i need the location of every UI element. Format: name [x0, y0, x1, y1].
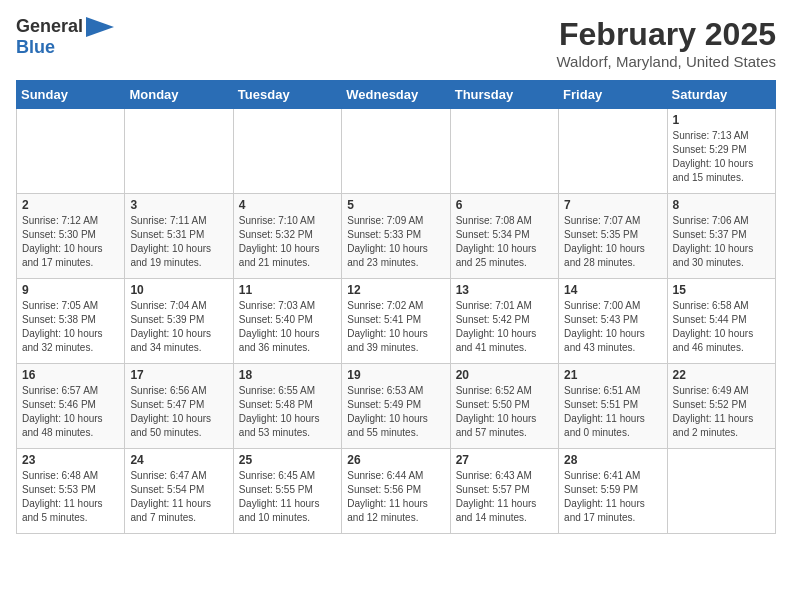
calendar-cell-w2d5: 6Sunrise: 7:08 AM Sunset: 5:34 PM Daylig…	[450, 194, 558, 279]
day-number: 21	[564, 368, 661, 382]
day-info: Sunrise: 7:00 AM Sunset: 5:43 PM Dayligh…	[564, 299, 661, 355]
calendar-cell-w4d7: 22Sunrise: 6:49 AM Sunset: 5:52 PM Dayli…	[667, 364, 775, 449]
day-info: Sunrise: 7:04 AM Sunset: 5:39 PM Dayligh…	[130, 299, 227, 355]
calendar-cell-w4d4: 19Sunrise: 6:53 AM Sunset: 5:49 PM Dayli…	[342, 364, 450, 449]
day-info: Sunrise: 7:11 AM Sunset: 5:31 PM Dayligh…	[130, 214, 227, 270]
page-subtitle: Waldorf, Maryland, United States	[556, 53, 776, 70]
calendar-cell-w4d3: 18Sunrise: 6:55 AM Sunset: 5:48 PM Dayli…	[233, 364, 341, 449]
svg-marker-0	[86, 17, 114, 37]
calendar-cell-w5d3: 25Sunrise: 6:45 AM Sunset: 5:55 PM Dayli…	[233, 449, 341, 534]
calendar-cell-w3d5: 13Sunrise: 7:01 AM Sunset: 5:42 PM Dayli…	[450, 279, 558, 364]
day-number: 16	[22, 368, 119, 382]
calendar-cell-w5d7	[667, 449, 775, 534]
header-sunday: Sunday	[17, 81, 125, 109]
calendar-cell-w4d1: 16Sunrise: 6:57 AM Sunset: 5:46 PM Dayli…	[17, 364, 125, 449]
day-number: 24	[130, 453, 227, 467]
header-wednesday: Wednesday	[342, 81, 450, 109]
logo: General Blue	[16, 16, 114, 58]
day-info: Sunrise: 7:13 AM Sunset: 5:29 PM Dayligh…	[673, 129, 770, 185]
day-info: Sunrise: 6:57 AM Sunset: 5:46 PM Dayligh…	[22, 384, 119, 440]
day-info: Sunrise: 7:05 AM Sunset: 5:38 PM Dayligh…	[22, 299, 119, 355]
day-number: 13	[456, 283, 553, 297]
calendar-cell-w5d2: 24Sunrise: 6:47 AM Sunset: 5:54 PM Dayli…	[125, 449, 233, 534]
calendar-table: Sunday Monday Tuesday Wednesday Thursday…	[16, 80, 776, 534]
week-row-1: 1Sunrise: 7:13 AM Sunset: 5:29 PM Daylig…	[17, 109, 776, 194]
day-info: Sunrise: 7:09 AM Sunset: 5:33 PM Dayligh…	[347, 214, 444, 270]
logo-flag-icon	[86, 17, 114, 37]
calendar-cell-w4d5: 20Sunrise: 6:52 AM Sunset: 5:50 PM Dayli…	[450, 364, 558, 449]
header-monday: Monday	[125, 81, 233, 109]
calendar-cell-w2d6: 7Sunrise: 7:07 AM Sunset: 5:35 PM Daylig…	[559, 194, 667, 279]
calendar-cell-w4d6: 21Sunrise: 6:51 AM Sunset: 5:51 PM Dayli…	[559, 364, 667, 449]
calendar-cell-w5d5: 27Sunrise: 6:43 AM Sunset: 5:57 PM Dayli…	[450, 449, 558, 534]
day-number: 25	[239, 453, 336, 467]
day-info: Sunrise: 7:01 AM Sunset: 5:42 PM Dayligh…	[456, 299, 553, 355]
day-number: 15	[673, 283, 770, 297]
calendar-cell-w1d4	[342, 109, 450, 194]
day-info: Sunrise: 6:44 AM Sunset: 5:56 PM Dayligh…	[347, 469, 444, 525]
calendar-cell-w2d7: 8Sunrise: 7:06 AM Sunset: 5:37 PM Daylig…	[667, 194, 775, 279]
calendar-cell-w5d4: 26Sunrise: 6:44 AM Sunset: 5:56 PM Dayli…	[342, 449, 450, 534]
day-number: 23	[22, 453, 119, 467]
day-number: 12	[347, 283, 444, 297]
calendar-cell-w1d2	[125, 109, 233, 194]
day-info: Sunrise: 7:12 AM Sunset: 5:30 PM Dayligh…	[22, 214, 119, 270]
day-info: Sunrise: 6:58 AM Sunset: 5:44 PM Dayligh…	[673, 299, 770, 355]
day-number: 26	[347, 453, 444, 467]
calendar-cell-w1d7: 1Sunrise: 7:13 AM Sunset: 5:29 PM Daylig…	[667, 109, 775, 194]
day-number: 27	[456, 453, 553, 467]
day-info: Sunrise: 7:10 AM Sunset: 5:32 PM Dayligh…	[239, 214, 336, 270]
header-saturday: Saturday	[667, 81, 775, 109]
day-number: 10	[130, 283, 227, 297]
calendar-cell-w1d5	[450, 109, 558, 194]
calendar-cell-w3d2: 10Sunrise: 7:04 AM Sunset: 5:39 PM Dayli…	[125, 279, 233, 364]
day-info: Sunrise: 6:48 AM Sunset: 5:53 PM Dayligh…	[22, 469, 119, 525]
day-number: 14	[564, 283, 661, 297]
day-info: Sunrise: 6:41 AM Sunset: 5:59 PM Dayligh…	[564, 469, 661, 525]
day-info: Sunrise: 6:49 AM Sunset: 5:52 PM Dayligh…	[673, 384, 770, 440]
calendar-cell-w3d4: 12Sunrise: 7:02 AM Sunset: 5:41 PM Dayli…	[342, 279, 450, 364]
week-row-3: 9Sunrise: 7:05 AM Sunset: 5:38 PM Daylig…	[17, 279, 776, 364]
day-number: 6	[456, 198, 553, 212]
header-thursday: Thursday	[450, 81, 558, 109]
title-area: February 2025 Waldorf, Maryland, United …	[556, 16, 776, 70]
week-row-5: 23Sunrise: 6:48 AM Sunset: 5:53 PM Dayli…	[17, 449, 776, 534]
day-info: Sunrise: 6:56 AM Sunset: 5:47 PM Dayligh…	[130, 384, 227, 440]
calendar-cell-w3d3: 11Sunrise: 7:03 AM Sunset: 5:40 PM Dayli…	[233, 279, 341, 364]
logo-blue-text: Blue	[16, 37, 55, 58]
day-number: 9	[22, 283, 119, 297]
day-number: 22	[673, 368, 770, 382]
day-info: Sunrise: 6:51 AM Sunset: 5:51 PM Dayligh…	[564, 384, 661, 440]
header-tuesday: Tuesday	[233, 81, 341, 109]
day-number: 20	[456, 368, 553, 382]
day-info: Sunrise: 6:52 AM Sunset: 5:50 PM Dayligh…	[456, 384, 553, 440]
day-info: Sunrise: 7:02 AM Sunset: 5:41 PM Dayligh…	[347, 299, 444, 355]
day-number: 5	[347, 198, 444, 212]
day-number: 19	[347, 368, 444, 382]
day-number: 7	[564, 198, 661, 212]
calendar-cell-w3d7: 15Sunrise: 6:58 AM Sunset: 5:44 PM Dayli…	[667, 279, 775, 364]
day-info: Sunrise: 6:47 AM Sunset: 5:54 PM Dayligh…	[130, 469, 227, 525]
day-info: Sunrise: 6:43 AM Sunset: 5:57 PM Dayligh…	[456, 469, 553, 525]
calendar-cell-w1d3	[233, 109, 341, 194]
week-row-2: 2Sunrise: 7:12 AM Sunset: 5:30 PM Daylig…	[17, 194, 776, 279]
day-number: 2	[22, 198, 119, 212]
calendar-cell-w3d1: 9Sunrise: 7:05 AM Sunset: 5:38 PM Daylig…	[17, 279, 125, 364]
day-info: Sunrise: 6:55 AM Sunset: 5:48 PM Dayligh…	[239, 384, 336, 440]
calendar-cell-w3d6: 14Sunrise: 7:00 AM Sunset: 5:43 PM Dayli…	[559, 279, 667, 364]
calendar-cell-w1d1	[17, 109, 125, 194]
calendar-cell-w2d2: 3Sunrise: 7:11 AM Sunset: 5:31 PM Daylig…	[125, 194, 233, 279]
day-info: Sunrise: 7:08 AM Sunset: 5:34 PM Dayligh…	[456, 214, 553, 270]
calendar-cell-w5d6: 28Sunrise: 6:41 AM Sunset: 5:59 PM Dayli…	[559, 449, 667, 534]
day-info: Sunrise: 6:53 AM Sunset: 5:49 PM Dayligh…	[347, 384, 444, 440]
day-number: 3	[130, 198, 227, 212]
day-number: 17	[130, 368, 227, 382]
day-number: 28	[564, 453, 661, 467]
day-info: Sunrise: 7:06 AM Sunset: 5:37 PM Dayligh…	[673, 214, 770, 270]
calendar-cell-w4d2: 17Sunrise: 6:56 AM Sunset: 5:47 PM Dayli…	[125, 364, 233, 449]
calendar-cell-w2d3: 4Sunrise: 7:10 AM Sunset: 5:32 PM Daylig…	[233, 194, 341, 279]
calendar-cell-w1d6	[559, 109, 667, 194]
page-header: General Blue February 2025 Waldorf, Mary…	[16, 16, 776, 70]
header-friday: Friday	[559, 81, 667, 109]
logo-text: General	[16, 16, 83, 37]
